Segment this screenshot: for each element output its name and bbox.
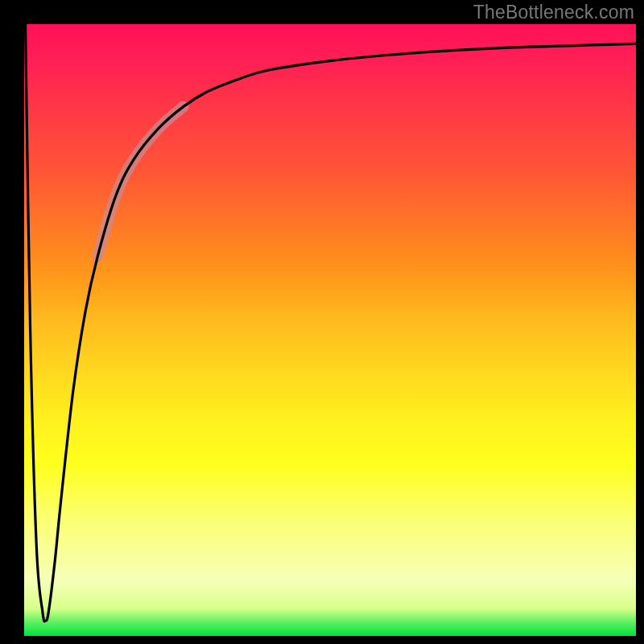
curve-line [26, 24, 636, 621]
chart-root: TheBottleneck.com [0, 0, 644, 644]
plot-area [24, 24, 636, 636]
watermark-text: TheBottleneck.com [473, 2, 634, 23]
curve-svg [24, 24, 636, 636]
curve-highlight [97, 107, 183, 257]
